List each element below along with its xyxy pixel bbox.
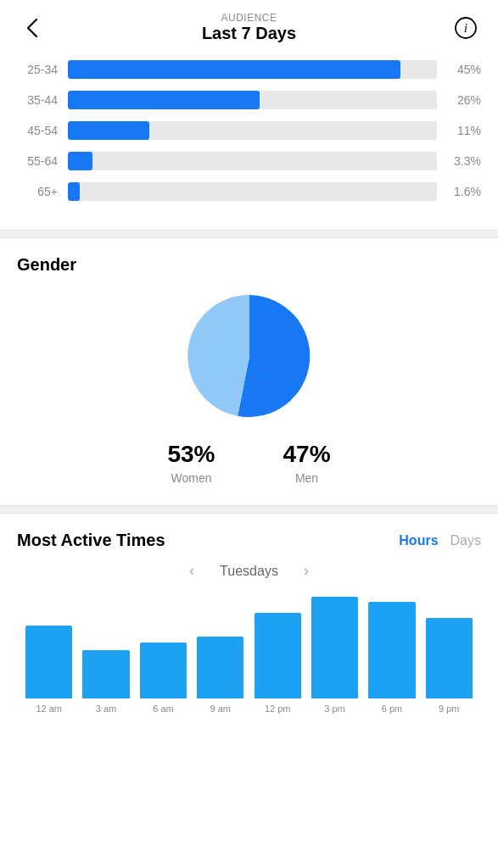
chart-x-label: 3 pm bbox=[306, 704, 363, 714]
chart-x-label: 6 am bbox=[135, 704, 192, 714]
age-percentage: 11% bbox=[447, 124, 481, 137]
chart-bar bbox=[311, 597, 358, 698]
chart-bar-column bbox=[421, 597, 478, 698]
header-subtitle: AUDIENCE bbox=[202, 12, 296, 24]
chart-bar bbox=[197, 637, 243, 698]
svg-text:i: i bbox=[464, 22, 467, 35]
header: AUDIENCE Last 7 Days i bbox=[0, 0, 498, 52]
header-center: AUDIENCE Last 7 Days bbox=[202, 12, 296, 43]
current-day-label: Tuesdays bbox=[220, 564, 278, 579]
chart-x-label: 9 am bbox=[192, 704, 249, 714]
chart-x-label: 12 pm bbox=[249, 704, 306, 714]
age-range-label: 45-54 bbox=[17, 124, 58, 137]
chart-bar-column bbox=[363, 597, 420, 698]
hours-bar-chart bbox=[17, 597, 481, 698]
section-divider-2 bbox=[0, 505, 498, 514]
next-day-button[interactable]: › bbox=[304, 562, 309, 580]
age-section: 25-34 45% 35-44 26% 45-54 11% 55-64 3.3%… bbox=[0, 52, 498, 230]
chart-bar-column bbox=[249, 597, 306, 698]
age-bar-container bbox=[68, 91, 437, 109]
age-row: 25-34 45% bbox=[17, 60, 481, 79]
toggle-hours-button[interactable]: Hours bbox=[399, 533, 438, 548]
gender-pie-chart bbox=[182, 288, 317, 424]
time-toggle-group: Hours Days bbox=[399, 533, 481, 548]
age-bar-container bbox=[68, 60, 437, 79]
gender-title: Gender bbox=[17, 255, 481, 275]
chart-x-label: 3 am bbox=[77, 704, 134, 714]
women-label: Women bbox=[167, 471, 215, 485]
gender-section: Gender 53% Women 47% Men bbox=[0, 238, 498, 505]
age-row: 45-54 11% bbox=[17, 121, 481, 140]
age-bar-fill bbox=[68, 121, 149, 140]
chart-bar bbox=[82, 650, 129, 698]
age-range-label: 25-34 bbox=[17, 63, 58, 76]
chart-bar-column bbox=[77, 597, 134, 698]
men-percentage: 47% bbox=[283, 441, 331, 468]
chart-bar bbox=[25, 626, 72, 698]
age-bar-container bbox=[68, 121, 437, 140]
day-navigator: ‹ Tuesdays › bbox=[17, 562, 481, 580]
chart-bar bbox=[255, 613, 301, 698]
gender-labels: 53% Women 47% Men bbox=[17, 441, 481, 485]
chart-bar bbox=[140, 643, 187, 698]
active-times-title: Most Active Times bbox=[17, 531, 165, 550]
chart-bar-column bbox=[192, 597, 249, 698]
age-bar-container bbox=[68, 182, 437, 201]
age-bar-fill bbox=[68, 91, 260, 109]
header-title: Last 7 Days bbox=[202, 24, 296, 43]
gender-women-stat: 53% Women bbox=[167, 441, 215, 485]
prev-day-button[interactable]: ‹ bbox=[189, 562, 194, 580]
age-row: 55-64 3.3% bbox=[17, 152, 481, 170]
chart-x-label: 9 pm bbox=[421, 704, 478, 714]
women-percentage: 53% bbox=[167, 441, 215, 468]
info-button[interactable]: i bbox=[450, 13, 481, 43]
age-row: 35-44 26% bbox=[17, 91, 481, 109]
active-times-section: Most Active Times Hours Days ‹ Tuesdays … bbox=[0, 514, 498, 722]
back-button[interactable] bbox=[17, 13, 48, 43]
age-bar-fill bbox=[68, 60, 400, 79]
age-range-label: 55-64 bbox=[17, 154, 58, 168]
age-percentage: 1.6% bbox=[447, 185, 481, 198]
age-range-label: 65+ bbox=[17, 185, 58, 198]
age-percentage: 45% bbox=[447, 63, 481, 76]
chart-bar bbox=[426, 618, 473, 698]
chart-x-labels: 12 am3 am6 am9 am12 pm3 pm6 pm9 pm bbox=[17, 704, 481, 714]
toggle-days-button[interactable]: Days bbox=[450, 533, 481, 548]
chart-x-label: 6 pm bbox=[363, 704, 420, 714]
chart-x-label: 12 am bbox=[20, 704, 77, 714]
age-row: 65+ 1.6% bbox=[17, 182, 481, 201]
age-percentage: 3.3% bbox=[447, 154, 481, 168]
chart-bar-column bbox=[20, 597, 77, 698]
gender-chart-area: 53% Women 47% Men bbox=[17, 288, 481, 485]
age-range-label: 35-44 bbox=[17, 93, 58, 107]
age-bar-fill bbox=[68, 182, 80, 201]
active-times-header: Most Active Times Hours Days bbox=[17, 531, 481, 550]
men-label: Men bbox=[283, 471, 331, 485]
age-bar-container bbox=[68, 152, 437, 170]
age-percentage: 26% bbox=[447, 93, 481, 107]
gender-men-stat: 47% Men bbox=[283, 441, 331, 485]
chart-bar-column bbox=[135, 597, 192, 698]
chart-bar bbox=[368, 602, 415, 698]
age-bar-fill bbox=[68, 152, 92, 170]
chart-bar-column bbox=[306, 597, 363, 698]
section-divider-1 bbox=[0, 230, 498, 238]
